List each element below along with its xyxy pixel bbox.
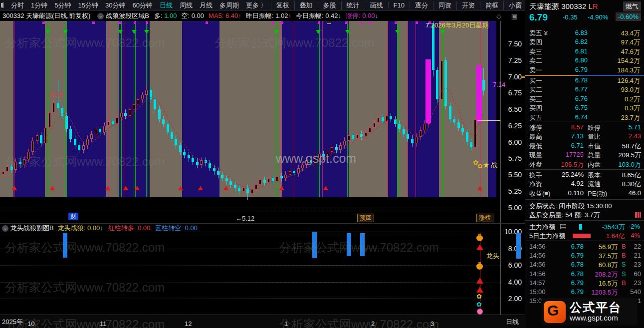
candle[interactable]: [297, 168, 300, 173]
order-book-row[interactable]: 买三6.760.2万: [525, 95, 644, 104]
candle[interactable]: [167, 124, 169, 132]
candle[interactable]: [52, 103, 55, 113]
candle[interactable]: [86, 139, 89, 145]
candle[interactable]: [449, 106, 451, 119]
candle[interactable]: [124, 113, 127, 116]
candle[interactable]: [205, 160, 207, 163]
candle[interactable]: [141, 95, 144, 99]
candle[interactable]: [444, 60, 447, 106]
candle[interactable]: [14, 162, 17, 170]
candle[interactable]: [453, 119, 455, 123]
candle[interactable]: [356, 134, 359, 139]
candle[interactable]: [90, 134, 93, 139]
trade-row[interactable]: 14:576.7916.5万B23: [525, 279, 644, 288]
trade-row[interactable]: 14:566.7860.8万S23: [525, 261, 644, 270]
candle[interactable]: [398, 124, 401, 129]
candle[interactable]: [457, 122, 460, 127]
candle[interactable]: [251, 189, 253, 193]
candle[interactable]: [48, 113, 51, 128]
candle[interactable]: [238, 188, 240, 191]
candle[interactable]: [242, 188, 245, 191]
candle[interactable]: [10, 167, 13, 169]
candle[interactable]: [352, 135, 354, 139]
candle[interactable]: [158, 109, 161, 119]
candle[interactable]: [314, 158, 316, 163]
candle[interactable]: [44, 128, 47, 143]
marker-zhangbang[interactable]: 涨榜: [476, 214, 493, 222]
candle[interactable]: [74, 139, 76, 145]
trade-row[interactable]: 14:566.7856.9万B22: [525, 243, 644, 252]
candle[interactable]: [145, 90, 148, 95]
pane-expand-icon[interactable]: [327, 21, 331, 24]
candle[interactable]: [420, 130, 422, 137]
candle[interactable]: [112, 121, 114, 124]
tool-item-多股[interactable]: 多股: [318, 1, 341, 10]
candle[interactable]: [470, 142, 472, 147]
candle[interactable]: [61, 108, 63, 116]
candle[interactable]: [318, 154, 321, 158]
candle[interactable]: [120, 113, 123, 117]
candle[interactable]: [331, 147, 333, 152]
chevron-down-icon[interactable]: ⌄: [2, 225, 8, 232]
tool-item-F10[interactable]: F10: [388, 1, 410, 9]
candle[interactable]: [415, 137, 418, 143]
candle[interactable]: [154, 99, 156, 109]
candle[interactable]: [403, 129, 405, 134]
candle[interactable]: [217, 171, 219, 175]
candle[interactable]: [171, 132, 173, 139]
tool-item-简框[interactable]: 简框: [480, 1, 503, 10]
candle[interactable]: [137, 99, 139, 104]
menu-item-更多 〉[interactable]: 更多 〉: [242, 1, 271, 10]
candle[interactable]: [129, 109, 131, 116]
tool-item-复权[interactable]: 复权: [271, 1, 294, 10]
candle[interactable]: [386, 116, 388, 121]
candle[interactable]: [225, 178, 228, 182]
menu-item-30分钟[interactable]: 30分钟: [102, 1, 129, 10]
candle[interactable]: [255, 185, 257, 189]
order-book-row[interactable]: 买四6.750.3万: [525, 104, 644, 113]
tool-item-同资[interactable]: 同资: [433, 1, 456, 10]
candle[interactable]: [322, 154, 325, 156]
order-book-row[interactable]: 买一6.78126.4万: [525, 76, 644, 85]
candle[interactable]: [99, 129, 101, 132]
window-split-icon[interactable]: [2, 2, 3, 8]
candle[interactable]: [162, 119, 165, 124]
candle[interactable]: [482, 80, 485, 90]
candle[interactable]: [2, 171, 4, 175]
candle[interactable]: [466, 132, 468, 142]
candle[interactable]: [221, 175, 223, 178]
order-book-row[interactable]: 卖一6.79184.3万: [525, 66, 644, 75]
candle[interactable]: [327, 152, 329, 156]
candle[interactable]: [461, 128, 464, 132]
candle[interactable]: [343, 141, 346, 145]
candle[interactable]: [69, 129, 72, 139]
candle[interactable]: [19, 162, 21, 164]
candle[interactable]: [284, 175, 287, 178]
candle[interactable]: [188, 155, 190, 159]
order-book-row[interactable]: 卖三6.8147.6万: [525, 47, 644, 56]
candle[interactable]: [175, 139, 177, 145]
candle[interactable]: [474, 119, 476, 147]
trade-row[interactable]: 14:566.7937.5万B21: [525, 252, 644, 261]
candle[interactable]: [280, 176, 283, 178]
candle[interactable]: [183, 152, 186, 155]
marker-yuhui[interactable]: 预回: [357, 214, 374, 222]
candle[interactable]: [335, 147, 338, 150]
candle[interactable]: [6, 167, 8, 171]
tool-item-小窗[interactable]: 小窗: [503, 1, 527, 10]
axis-period-label[interactable]: 日线: [506, 318, 519, 327]
candle[interactable]: [246, 188, 249, 193]
menu-item-多周期[interactable]: 多周期: [216, 1, 242, 10]
candle[interactable]: [360, 134, 363, 137]
candle[interactable]: [57, 103, 59, 108]
tool-item-统计[interactable]: 统计: [341, 1, 365, 10]
candle[interactable]: [200, 160, 203, 165]
candle[interactable]: [348, 135, 350, 140]
candle[interactable]: [289, 171, 291, 175]
candle[interactable]: [377, 117, 380, 122]
candle[interactable]: [31, 141, 34, 152]
candle[interactable]: [116, 117, 118, 124]
stock-name-code[interactable]: 天壕能源 300332 LR: [529, 2, 598, 11]
menu-item-周线[interactable]: 周线: [176, 1, 196, 10]
candle[interactable]: [229, 181, 232, 185]
